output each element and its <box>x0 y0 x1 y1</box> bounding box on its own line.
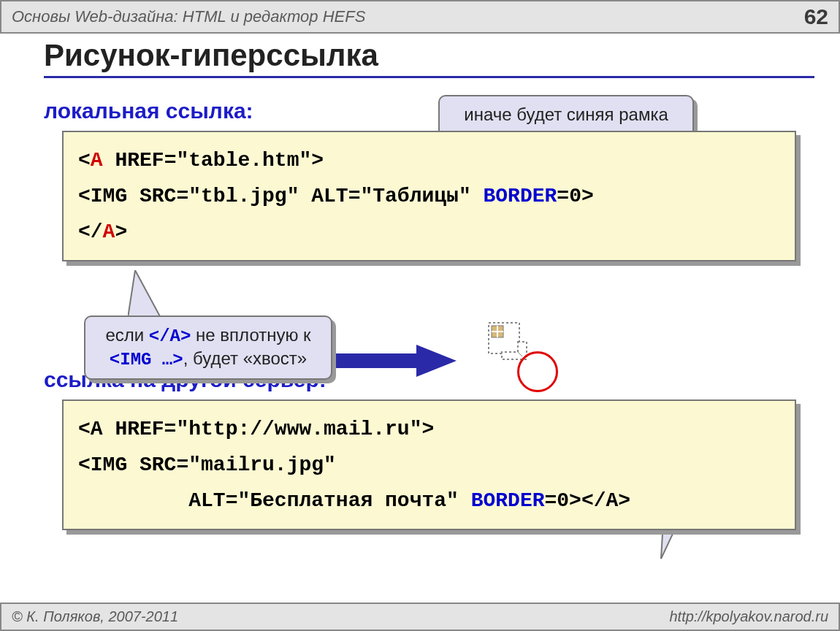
copyright: © К. Поляков, 2007-2011 <box>12 608 178 625</box>
footer-bar: © К. Поляков, 2007-2011 http://kpolyakov… <box>0 603 840 631</box>
svg-marker-1 <box>128 270 161 318</box>
code-block-2: <A HREF="http://www.mail.ru"> <IMG SRC="… <box>62 399 796 530</box>
callout-tail-note: если </A> не вплотную к <IMG …>, будет «… <box>84 316 332 380</box>
code-line: <IMG SRC="mailru.jpg" <box>78 447 780 483</box>
highlight-circle-icon <box>517 351 558 392</box>
code-block-1: <A HREF="table.htm"> <IMG SRC="tbl.jpg" … <box>62 131 796 261</box>
course-title: Основы Web-дизайна: HTML и редактор HEFS <box>12 7 365 26</box>
code-line: <A HREF="table.htm"> <box>78 142 780 178</box>
footer-url: http://kpolyakov.narod.ru <box>669 608 828 625</box>
slide-title: Рисунок-гиперссылка <box>44 38 814 78</box>
header-bar: Основы Web-дизайна: HTML и редактор HEFS… <box>0 0 840 34</box>
svg-marker-2 <box>336 345 457 377</box>
code-line: </A> <box>78 214 780 250</box>
callout-pointer-icon <box>128 270 164 321</box>
slide: Основы Web-дизайна: HTML и редактор HEFS… <box>0 0 840 631</box>
page-number: 62 <box>804 4 828 29</box>
code-line: <IMG SRC="tbl.jpg" ALT="Таблицы" BORDER=… <box>78 178 780 214</box>
code-line: ALT="Бесплатная почта" BORDER=0></A> <box>78 483 780 519</box>
arrow-icon <box>329 343 460 380</box>
code-line: <A HREF="http://www.mail.ru"> <box>78 411 780 447</box>
